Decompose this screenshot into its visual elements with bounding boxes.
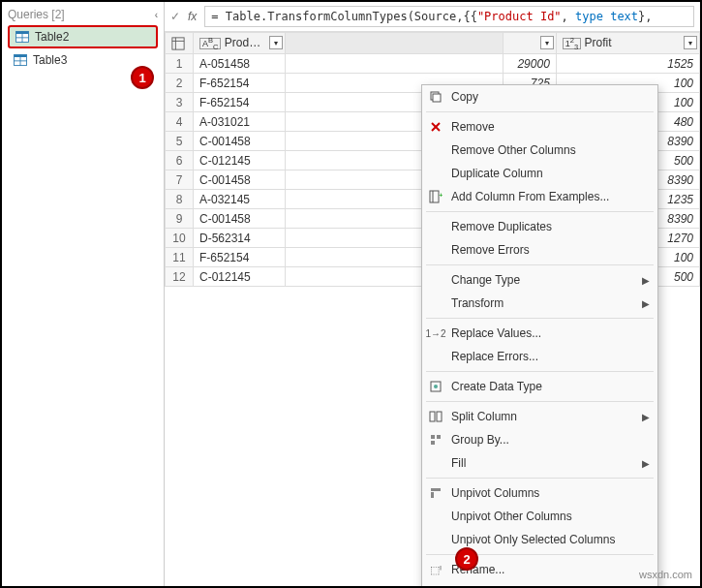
table-corner[interactable] (166, 33, 194, 54)
menu-item-unpivot-only-selected-columns[interactable]: Unpivot Only Selected Columns (422, 528, 657, 551)
cell-product-id[interactable]: A-031021 (194, 112, 286, 132)
menu-item-unpivot-other-columns[interactable]: Unpivot Other Columns (422, 505, 657, 528)
formula-bar: ✓ fx = Table.TransformColumnTypes(Source… (165, 2, 700, 32)
column-dropdown-icon[interactable]: ▾ (540, 36, 554, 49)
cell-product-id[interactable]: C-001458 (194, 170, 286, 190)
menu-item-label: Remove (451, 120, 495, 134)
cell-product-id[interactable]: C-001458 (194, 209, 286, 229)
formula-input[interactable]: = Table.TransformColumnTypes(Source,{{"P… (204, 6, 694, 27)
menu-item-remove[interactable]: Remove (422, 115, 657, 139)
row-number: 6 (166, 151, 194, 170)
menu-item-label: Replace Errors... (451, 350, 538, 363)
menu-item-label: Duplicate Column (451, 167, 543, 180)
column-header-mid[interactable]: ▾ (504, 33, 557, 54)
svg-rect-21 (437, 412, 442, 421)
column-dropdown-icon[interactable]: ▾ (684, 36, 697, 49)
menu-item-group-by[interactable]: Group By... (422, 428, 657, 451)
cell-product-id[interactable]: D-562314 (194, 229, 286, 248)
menu-item-label: Split Column (451, 410, 517, 423)
remove-icon (428, 119, 443, 135)
cell-product-id[interactable]: F-652154 (194, 74, 286, 93)
menu-item-change-type[interactable]: Change Type▶ (422, 268, 657, 292)
rename-icon: ⬚ᴵ (428, 562, 443, 577)
menu-item-unpivot-columns[interactable]: Unpivot Columns (422, 481, 657, 505)
menu-item-fill[interactable]: Fill▶ (422, 451, 657, 475)
menu-item-label: Unpivot Columns (451, 486, 539, 500)
menu-item-label: Remove Errors (451, 243, 530, 257)
menu-item-remove-errors[interactable]: Remove Errors (422, 238, 657, 262)
query-item-label: Table3 (33, 53, 67, 67)
menu-item-move[interactable]: Move▶ (422, 581, 657, 586)
column-label: Profit (585, 36, 612, 49)
menu-item-add-column-from-examples[interactable]: +Add Column From Examples... (422, 185, 657, 208)
row-number: 9 (166, 209, 194, 229)
context-menu: CopyRemoveRemove Other ColumnsDuplicate … (421, 84, 658, 586)
menu-item-duplicate-column[interactable]: Duplicate Column (422, 162, 657, 185)
menu-item-transform[interactable]: Transform▶ (422, 292, 657, 315)
menu-item-copy[interactable]: Copy (422, 85, 657, 108)
queries-panel: Queries [2] ‹ Table2Table3 (2, 2, 165, 586)
addcol-icon: + (428, 189, 443, 204)
menu-item-remove-duplicates[interactable]: Remove Duplicates (422, 215, 657, 238)
table-icon (14, 54, 27, 66)
menu-item-replace-errors[interactable]: Replace Errors... (422, 345, 657, 368)
data-grid: ABC Prod… ▾ ▾ 123 Profit ▾ (165, 32, 700, 586)
watermark: wsxdn.com (639, 569, 692, 580)
menu-item-remove-other-columns[interactable]: Remove Other Columns (422, 139, 657, 162)
row-number: 5 (166, 132, 194, 151)
column-header-hidden (285, 33, 503, 54)
callout-1: 1 (131, 66, 154, 89)
cell-product-id[interactable]: A-032145 (194, 190, 286, 209)
svg-rect-23 (437, 435, 441, 439)
table-icon (171, 37, 185, 50)
submenu-arrow-icon: ▶ (642, 275, 650, 286)
replace-icon: 1→2 (428, 325, 443, 341)
cell-product-id[interactable]: C-001458 (194, 132, 286, 151)
menu-separator (426, 264, 654, 265)
cell-mid[interactable]: 29000 (504, 54, 557, 74)
table-row[interactable]: 1A-051458290001525 (166, 54, 700, 74)
svg-rect-8 (172, 38, 184, 49)
menu-item-label: Fill (451, 456, 466, 470)
submenu-arrow-icon: ▶ (642, 458, 650, 469)
menu-separator (426, 478, 654, 479)
collapse-icon[interactable]: ‹ (155, 10, 158, 20)
column-dropdown-icon[interactable]: ▾ (269, 36, 283, 49)
submenu-arrow-icon: ▶ (642, 298, 650, 309)
column-label: Prod… (225, 36, 260, 49)
datatype-icon (428, 379, 443, 394)
cell-product-id[interactable]: C-012145 (194, 267, 286, 287)
row-number: 7 (166, 170, 194, 190)
menu-separator (426, 318, 654, 319)
cell-product-id[interactable]: A-051458 (194, 54, 286, 74)
split-icon (428, 409, 443, 424)
copy-icon (428, 89, 443, 105)
menu-item-create-data-type[interactable]: Create Data Type (422, 375, 657, 398)
cell-hidden (285, 54, 503, 74)
svg-point-19 (434, 385, 438, 388)
menu-item-split-column[interactable]: Split Column▶ (422, 405, 657, 428)
check-icon[interactable]: ✓ (170, 10, 180, 23)
table-icon (15, 31, 29, 43)
fx-icon[interactable]: fx (188, 10, 197, 23)
menu-separator (426, 111, 654, 112)
menu-item-replace-values[interactable]: 1→2Replace Values... (422, 322, 657, 345)
menu-separator (426, 401, 654, 402)
row-number: 4 (166, 112, 194, 132)
svg-rect-24 (431, 441, 435, 445)
content-area: ✓ fx = Table.TransformColumnTypes(Source… (165, 2, 700, 586)
cell-profit[interactable]: 1525 (556, 54, 699, 74)
svg-rect-22 (431, 435, 435, 439)
column-header-profit[interactable]: 123 Profit ▾ (556, 33, 699, 54)
cell-product-id[interactable]: F-652154 (194, 93, 286, 112)
menu-item-label: Remove Duplicates (451, 220, 552, 233)
menu-item-label: Unpivot Only Selected Columns (451, 533, 615, 546)
menu-item-label: Replace Values... (451, 326, 541, 340)
cell-product-id[interactable]: F-652154 (194, 248, 286, 267)
row-number: 11 (166, 248, 194, 267)
cell-product-id[interactable]: C-012145 (194, 151, 286, 170)
query-item-table2[interactable]: Table2 (8, 25, 158, 48)
column-header-product-id[interactable]: ABC Prod… ▾ (194, 33, 286, 54)
queries-header[interactable]: Queries [2] ‹ (8, 6, 158, 23)
svg-rect-15 (430, 191, 439, 202)
